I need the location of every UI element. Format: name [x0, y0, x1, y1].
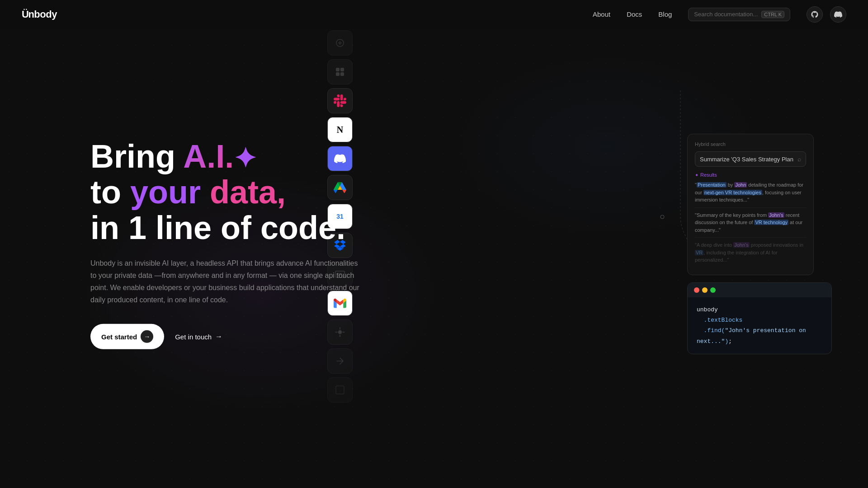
search-submit-icon: ⌕: [797, 155, 801, 163]
search-placeholder: Search documentation...: [694, 11, 758, 18]
svg-rect-3: [336, 72, 340, 76]
svg-point-8: [660, 215, 664, 219]
highlight-nextgen: next-gen VR technologies: [703, 189, 762, 195]
result-item-3: "A deep dive into John's proposed innova…: [695, 241, 806, 267]
svg-rect-4: [340, 72, 344, 76]
search-input-row[interactable]: Summarize 'Q3 Sales Strategy Plan ⌕: [695, 151, 806, 167]
github-icon[interactable]: [807, 6, 823, 23]
app-icon-generic6: [327, 377, 353, 403]
right-panel: Hybrid search Summarize 'Q3 Sales Strate…: [687, 134, 832, 354]
highlight-john-3: John's: [733, 242, 749, 248]
hybrid-search-card: Hybrid search Summarize 'Q3 Sales Strate…: [687, 134, 814, 275]
hero-description: Unbody is an invisible AI layer, a headl…: [90, 257, 362, 306]
code-line-3: .find("John's presentation on next...");: [697, 325, 822, 347]
svg-rect-1: [336, 68, 340, 71]
hero-section: Bring A.I.✦ to your data, in 1 line of c…: [0, 0, 868, 488]
app-icon-slack: [327, 88, 353, 113]
code-line-1: unbody: [697, 304, 822, 314]
dot-yellow: [702, 287, 708, 292]
get-in-touch-button[interactable]: Get in touch →: [171, 326, 226, 347]
svg-rect-7: [336, 386, 344, 394]
your-text: your: [130, 174, 210, 210]
results-spark-icon: ✦: [695, 172, 698, 177]
result-item-2: "Summary of the key points from John's r…: [695, 211, 806, 238]
nav-social-icons: [807, 6, 846, 23]
navbar: Ünbody About Docs Blog Search documentat…: [0, 0, 868, 28]
nav-links: About Docs Blog Search documentation... …: [593, 6, 846, 23]
results-label: ✦ Results: [695, 172, 806, 178]
result-item-1: "Presentation by John detailing the road…: [695, 181, 806, 208]
data-text: data,: [210, 174, 286, 210]
highlight-john-1: John: [734, 182, 747, 188]
svg-rect-2: [340, 68, 344, 71]
highlight-vr-tech: VR technology: [754, 220, 788, 225]
code-content: unbody .textBlocks .find("John's present…: [688, 297, 831, 354]
code-card: unbody .textBlocks .find("John's present…: [687, 282, 832, 354]
highlight-presentation: Presentation: [697, 182, 726, 188]
highlight-vr: VR: [695, 249, 703, 255]
discord-icon[interactable]: [830, 6, 846, 23]
nav-blog[interactable]: Blog: [658, 10, 672, 18]
dot-green: [710, 287, 716, 292]
highlight-john-2: John's: [768, 212, 784, 217]
hybrid-search-label: Hybrid search: [695, 141, 806, 147]
hero-title: Bring A.I.✦ to your data, in 1 line of c…: [90, 139, 362, 246]
hero-title-line3: in 1 line of code.: [90, 210, 362, 246]
get-started-arrow: →: [141, 330, 153, 343]
hero-content: Bring A.I.✦ to your data, in 1 line of c…: [90, 139, 362, 349]
app-icon-generic5: [327, 348, 353, 374]
app-icon-generic1: [327, 30, 353, 56]
hero-buttons: Get started → Get in touch →: [90, 324, 362, 349]
sparkle-icon: ✦: [234, 144, 256, 174]
ai-gradient-text: A.I.: [183, 138, 234, 174]
code-line-2: .textBlocks: [697, 315, 822, 325]
site-logo[interactable]: Ünbody: [22, 9, 57, 20]
search-shortcut: CTRL K: [761, 11, 784, 18]
nav-docs[interactable]: Docs: [627, 10, 642, 18]
dot-red: [694, 287, 699, 292]
search-input-value: Summarize 'Q3 Sales Strategy Plan: [700, 155, 797, 162]
code-card-header: [688, 282, 831, 297]
nav-about[interactable]: About: [593, 10, 610, 18]
get-in-touch-arrow: →: [215, 333, 222, 341]
get-started-button[interactable]: Get started →: [90, 324, 164, 349]
search-bar[interactable]: Search documentation... CTRL K: [688, 8, 790, 21]
app-icon-generic2: [327, 59, 353, 84]
